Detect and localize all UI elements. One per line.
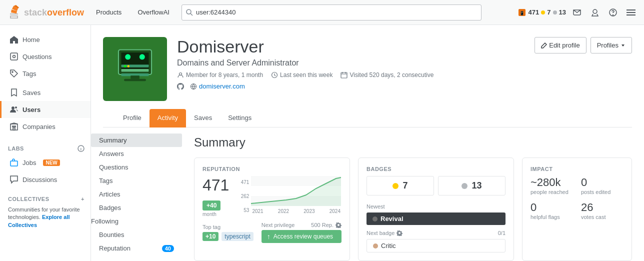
github-link[interactable]	[177, 82, 184, 90]
reputation-badge: 📱 471 7 13	[518, 8, 566, 17]
gear-icon[interactable]	[336, 222, 342, 228]
svg-rect-14	[626, 12, 636, 13]
main-content: Domiserver Domains and Server Administra…	[91, 25, 644, 261]
svg-rect-37	[124, 79, 146, 81]
collectives-plus-btn[interactable]: +	[81, 196, 84, 202]
people-reached-value: ~280k	[530, 176, 573, 189]
tag-name[interactable]: typescript	[222, 232, 253, 241]
tag-row: Top tag +10 typescript Next privilege	[202, 222, 342, 243]
sidebar-discussions-label: Discussions	[22, 176, 57, 184]
svg-rect-22	[12, 126, 14, 127]
tab-profile[interactable]: Profile	[115, 109, 150, 128]
sub-nav-reputation[interactable]: Reputation	[91, 242, 162, 255]
reputation-count-badge: 40	[162, 245, 174, 252]
products-link[interactable]: Products	[92, 6, 126, 18]
reputation-gain: +40	[202, 200, 220, 210]
question-icon	[10, 52, 18, 61]
gold-dot	[541, 10, 545, 14]
logo[interactable]: stackoverflow	[6, 4, 84, 20]
sidebar-item-home[interactable]: Home	[0, 31, 90, 48]
profile-top: Domiserver Domains and Server Administra…	[103, 37, 632, 101]
sidebar-users-label: Users	[22, 106, 40, 114]
sidebar-item-questions[interactable]: Questions	[0, 48, 90, 65]
month-label: month	[202, 212, 229, 217]
badges-newest-header: Newest	[366, 204, 506, 210]
svg-point-19	[12, 106, 14, 110]
summary-area: Summary REPUTATION 471 +40 month	[182, 128, 644, 261]
svg-rect-24	[13, 128, 15, 130]
svg-rect-15	[626, 14, 636, 16]
privilege-bar[interactable]: ↑ Access review queues	[262, 230, 342, 243]
svg-line-7	[190, 14, 192, 16]
topnav-right: 📱 471 7 13	[518, 6, 638, 20]
votes-cast-item: 26 votes cast	[581, 201, 624, 220]
impact-card: IMPACT ~280k people reached 0 posts edit…	[522, 158, 632, 261]
svg-rect-0	[10, 14, 18, 14]
achievements-icon[interactable]	[588, 6, 602, 20]
left-sidebar: Home Questions Tags Saves Users Com	[0, 25, 91, 261]
svg-rect-34	[122, 69, 149, 72]
gold-badge-count: 7	[366, 176, 434, 196]
help-icon[interactable]	[606, 6, 620, 20]
sub-nav-bounties[interactable]: Bounties	[91, 228, 182, 242]
profile-avatar	[103, 37, 167, 101]
next-privilege-rep: 500 Rep.	[311, 222, 334, 228]
tab-activity[interactable]: Activity	[150, 109, 186, 128]
tab-settings[interactable]: Settings	[220, 109, 260, 128]
edit-profile-button[interactable]: Edit profile	[534, 37, 586, 54]
tag-gain: +10	[202, 232, 218, 241]
chart-x-2023: 2023	[304, 208, 314, 214]
svg-rect-27	[10, 161, 18, 166]
main-nav: Home Questions Tags	[0, 31, 90, 82]
building-icon	[10, 122, 18, 131]
hamburger-icon[interactable]	[624, 6, 638, 20]
labs-info-icon[interactable]: i	[78, 145, 84, 152]
tab-saves[interactable]: Saves	[186, 109, 220, 128]
profiles-button[interactable]: Profiles	[590, 37, 632, 54]
profile-header: Domiserver Domains and Server Administra…	[91, 25, 644, 128]
revival-badge[interactable]: Revival	[366, 212, 506, 225]
sidebar-item-jobs[interactable]: Jobs NEW	[0, 154, 90, 171]
summary-title: Summary	[194, 136, 632, 150]
sub-nav-questions[interactable]: Questions	[91, 160, 182, 174]
labs-section-label: LABS i	[0, 137, 90, 154]
sub-nav-summary[interactable]: Summary	[91, 134, 182, 147]
search-input[interactable]	[196, 8, 477, 16]
sidebar-item-companies[interactable]: Companies	[0, 118, 90, 135]
sidebar-item-discussions[interactable]: Discussions	[0, 171, 90, 188]
overflowai-link[interactable]: OverflowAI	[134, 6, 174, 18]
sidebar-item-tags[interactable]: Tags	[0, 65, 90, 82]
sub-nav-following[interactable]: Following	[91, 214, 182, 228]
critic-badge[interactable]: Critic	[366, 239, 506, 252]
sub-nav-tags[interactable]: Tags	[91, 174, 182, 188]
sub-nav-badges[interactable]: Badges	[91, 201, 182, 214]
sidebar-item-users[interactable]: Users	[0, 101, 90, 118]
top-tag-label: Top tag	[202, 224, 254, 230]
website-link[interactable]: domiserver.com	[190, 82, 245, 90]
clock-icon	[271, 72, 278, 78]
helpful-flags-value: 0	[530, 201, 573, 214]
profile-icon: 📱	[518, 8, 526, 17]
next-badge-gear-icon[interactable]	[396, 230, 402, 236]
sub-nav-answers[interactable]: Answers	[91, 147, 182, 160]
svg-rect-21	[10, 124, 18, 130]
globe-icon	[190, 83, 197, 90]
sidebar-questions-label: Questions	[22, 53, 52, 60]
tag-icon	[10, 69, 18, 78]
svg-rect-23	[14, 126, 16, 127]
inbox-icon[interactable]	[570, 6, 584, 20]
sub-nav-articles[interactable]: Articles	[91, 188, 182, 201]
chart-x-2024: 2024	[330, 208, 340, 214]
profile-actions: Edit profile Profiles	[534, 37, 632, 54]
svg-text:i: i	[80, 147, 82, 152]
sidebar-home-label: Home	[22, 36, 40, 44]
votes-cast-value: 26	[581, 201, 624, 214]
search-bar	[182, 4, 482, 20]
cards-row: REPUTATION 471 +40 month 471	[194, 158, 632, 261]
collectives-section-label: COLLECTIVES +	[0, 188, 90, 204]
sidebar-item-saves[interactable]: Saves	[0, 84, 90, 101]
profile-info: Domiserver Domains and Server Administra…	[177, 37, 524, 90]
silver-badge-count: 13	[438, 176, 506, 196]
chart-y-262: 262	[235, 194, 249, 199]
next-privilege-label: Next privilege	[262, 222, 295, 228]
